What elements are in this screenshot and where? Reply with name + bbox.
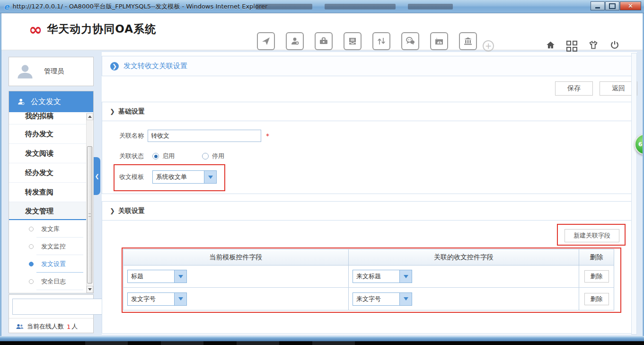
table-row: 发文字号 来文字号 删除 [124,288,614,310]
source-field-dropdown[interactable]: 发文字号 [127,292,187,306]
table-header-row: 当前模板控件字段 关联的收文控件字段 删除 [124,249,614,265]
window-border-bottom [0,336,644,341]
user-card: 管理员 [9,57,94,86]
main-content: ❯ 发文转收文关联设置 保存 返回 ❯ 基础设置 关联名称 * 关联状态 启用 [102,52,637,335]
power-logout-icon[interactable] [609,40,620,52]
document-inbox-icon [344,32,362,50]
radio-unselected-icon[interactable] [202,153,209,159]
chevron-down-icon[interactable] [400,270,412,283]
infinity-logo-icon: ∞ [29,22,42,36]
column-header-delete: 删除 [579,249,614,265]
close-button[interactable]: ✕ [620,1,641,10]
column-header-target: 关联的收文控件字段 [349,249,579,265]
relation-status-label: 关联状态 [119,152,148,160]
chevron-down-icon[interactable] [400,292,412,306]
sidebar-subitem-security-log[interactable]: 安全日志 [9,273,86,290]
delete-row-button[interactable]: 删除 [584,293,609,305]
basic-settings-header: ❯ 基础设置 [102,102,636,121]
avatar [15,61,35,82]
page-scrollbar[interactable] [631,53,637,335]
online-users-status: 当前在线人数 1 人 [9,318,93,331]
app-logo: ∞ 华天动力协同OA系统 [29,22,156,36]
grid-menu-icon[interactable] [566,41,577,52]
person-badge-icon [17,97,26,106]
app-logo-title: 华天动力协同OA系统 [47,22,156,36]
chevron-down-icon[interactable] [175,292,187,306]
relation-settings-header: ❯ 关联设置 [102,202,636,221]
browser-window: e http://127.0.0.1/ - OA8000平台版_FPLMYSQL… [0,0,644,345]
maximize-button[interactable] [605,1,619,10]
sidebar-item-pending-dispatch[interactable]: 待办发文 [9,124,86,144]
relation-name-row: 关联名称 * [119,130,269,142]
relation-name-input[interactable] [148,130,261,142]
status-disabled-option[interactable]: 停用 [202,152,224,160]
sidebar-bottom-card: 当前在线人数 1 人 [9,294,94,333]
required-asterisk: * [266,132,269,140]
sidebar-item-handled-dispatch[interactable]: 经办发文 [9,163,86,183]
paper-plane-icon [257,32,275,50]
window-border-left [0,13,1,336]
target-field-dropdown[interactable]: 来文字号 [353,292,412,306]
window-title: http://127.0.0.1/ - OA8000平台版_FPLMYSQL5-… [13,2,268,11]
new-relation-field-button[interactable]: 新建关联字段 [565,229,619,242]
up-down-arrows-icon [372,32,390,50]
sidebar-subitem-dispatch-settings[interactable]: 发文设置 [9,255,86,273]
radio-bullet-icon [29,244,34,249]
search-input[interactable] [12,299,102,315]
sidebar-menu: 公文发文 我的拟稿 待办发文 发文阅读 经办发文 转发查阅 发文管理 发文库 发… [9,91,94,293]
minimize-button[interactable] [591,1,605,10]
chat-bubbles-icon [401,32,419,50]
online-count: 1 [67,323,71,330]
online-users-icon [16,323,24,330]
add-module-button[interactable]: + [483,40,494,52]
receive-template-dropdown[interactable]: 系统收文单 [152,170,217,184]
sidebar-subitem-dispatch-library[interactable]: 发文库 [9,220,86,238]
relation-status-row: 关联状态 启用 停用 [119,152,252,160]
sidebar-subitem-dispatch-monitor[interactable]: 发文监控 [9,238,86,255]
chevron-down-icon[interactable] [204,170,217,184]
radio-bullet-icon [29,227,34,231]
page-title: 发文转收文关联设置 [124,62,187,71]
section-chevron-icon: ❯ [110,207,115,214]
sidebar-item-forward-review[interactable]: 转发查阅 [9,183,86,202]
status-enabled-option[interactable]: 启用 [152,152,175,160]
taskbar-sliver [0,341,644,345]
scroll-up-arrow[interactable] [87,113,93,120]
scrollbar-thumb[interactable] [87,146,92,283]
scroll-down-arrow[interactable] [87,286,93,293]
receive-template-row: 收文模板 系统收文单 [119,170,217,184]
radio-bullet-icon [29,262,34,266]
sidebar-item-dispatch-reading[interactable]: 发文阅读 [9,144,86,163]
target-field-dropdown[interactable]: 来文标题 [353,270,412,283]
sidebar-scrollbar[interactable] [86,113,93,293]
radio-selected-icon[interactable] [152,153,159,159]
column-header-source: 当前模板控件字段 [124,249,349,265]
bank-columns-icon [459,32,477,50]
relation-name-label: 关联名称 [119,132,148,140]
sidebar-collapse-handle[interactable]: ❮ [94,157,100,195]
sidebar-section-header[interactable]: 公文发文 [9,91,93,112]
ie-icon: e [4,2,9,11]
receive-template-label: 收文模板 [119,173,148,181]
source-field-dropdown[interactable]: 标题 [127,270,187,283]
blurred-background-text [256,4,453,9]
section-chevron-icon: ❯ [110,108,115,115]
app-header: ∞ 华天动力协同OA系统 快捷方式 个人办公 工作中心 [1,13,643,50]
relation-table: 当前模板控件字段 关联的收文控件字段 删除 标题 来文标题 [123,249,614,310]
window-titlebar: e http://127.0.0.1/ - OA8000平台版_FPLMYSQL… [0,0,644,13]
save-button[interactable]: 保存 [555,81,593,96]
sidebar-item-dispatch-management[interactable]: 发文管理 [9,202,86,220]
theme-shirt-icon[interactable] [588,40,599,52]
chevron-circle-icon: ❯ [110,62,119,71]
chevron-down-icon[interactable] [175,270,187,283]
username: 管理员 [44,67,64,76]
table-row: 标题 来文标题 删除 [124,265,614,288]
page-title-bar: ❯ 发文转收文关联设置 [102,56,637,76]
briefcase-icon [315,32,333,50]
radio-bullet-icon [29,279,34,284]
person-icon [286,32,304,50]
delete-row-button[interactable]: 删除 [584,270,609,283]
home-icon[interactable] [545,40,556,52]
sidebar-item-my-drafts[interactable]: 我的拟稿 [9,112,86,124]
department-building-icon [430,32,448,50]
